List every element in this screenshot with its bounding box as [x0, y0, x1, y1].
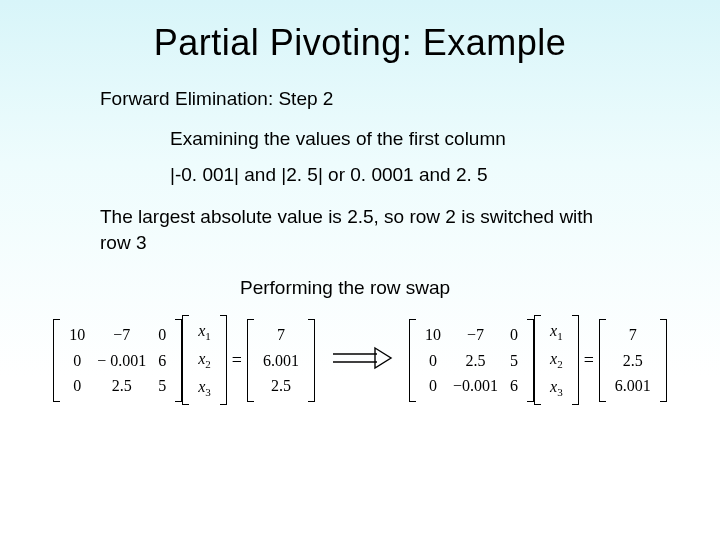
- bracket-right-icon: [175, 319, 182, 402]
- cell: 10: [63, 322, 91, 348]
- cell: 0: [63, 373, 91, 399]
- cell: x3: [544, 374, 569, 402]
- cell: 2.5: [257, 373, 305, 399]
- equals-sign: =: [227, 350, 247, 371]
- cell: 10: [419, 322, 447, 348]
- bracket-right-icon: [660, 319, 667, 402]
- bracket-left-icon: [247, 319, 254, 402]
- cell: 0: [63, 348, 91, 374]
- text-examining: Examining the values of the first column: [170, 128, 720, 150]
- bracket-right-icon: [527, 319, 534, 402]
- cell: x2: [544, 346, 569, 374]
- text-performing: Performing the row swap: [240, 277, 720, 299]
- cell: 0: [504, 322, 524, 348]
- cell: 2.5: [447, 348, 504, 374]
- cell: x2: [192, 346, 217, 374]
- cell: 0: [152, 322, 172, 348]
- cell: x1: [192, 318, 217, 346]
- cell: 6.001: [609, 373, 657, 399]
- vector-b-after-body: 7 2.5 6.001: [609, 322, 657, 399]
- cell: 0: [419, 348, 447, 374]
- text-largest: The largest absolute value is 2.5, so ro…: [100, 204, 610, 255]
- vector-x-after: x1 x2 x3: [534, 315, 579, 405]
- text-values: |-0. 001| and |2. 5| or 0. 0001 and 2. 5: [170, 164, 720, 186]
- bracket-right-icon: [308, 319, 315, 402]
- cell: 6.001: [257, 348, 305, 374]
- cell: 5: [152, 373, 172, 399]
- bracket-left-icon: [53, 319, 60, 402]
- svg-marker-2: [375, 348, 391, 368]
- cell: x3: [192, 374, 217, 402]
- cell: 7: [257, 322, 305, 348]
- arrow-icon: [315, 346, 409, 374]
- bracket-left-icon: [534, 315, 541, 405]
- matrix-A-after: 10−70 02.55 0−0.0016: [409, 319, 534, 402]
- vector-b-after: 7 2.5 6.001: [599, 319, 667, 402]
- matrix-A-before: 10−70 0− 0.0016 02.55: [53, 319, 182, 402]
- slide-title: Partial Pivoting: Example: [0, 0, 720, 74]
- bracket-right-icon: [220, 315, 227, 405]
- cell: 5: [504, 348, 524, 374]
- vector-x-after-body: x1 x2 x3: [544, 318, 569, 402]
- cell: −7: [447, 322, 504, 348]
- cell: 2.5: [609, 348, 657, 374]
- cell: −0.001: [447, 373, 504, 399]
- vector-x-before-body: x1 x2 x3: [192, 318, 217, 402]
- cell: 7: [609, 322, 657, 348]
- vector-b-before-body: 7 6.001 2.5: [257, 322, 305, 399]
- cell: − 0.001: [91, 348, 152, 374]
- bracket-left-icon: [182, 315, 189, 405]
- matrix-A-after-body: 10−70 02.55 0−0.0016: [419, 322, 524, 399]
- vector-x-before: x1 x2 x3: [182, 315, 227, 405]
- cell: 0: [419, 373, 447, 399]
- cell: 2.5: [91, 373, 152, 399]
- vector-b-before: 7 6.001 2.5: [247, 319, 315, 402]
- slide: Partial Pivoting: Example Forward Elimin…: [0, 0, 720, 540]
- cell: 6: [152, 348, 172, 374]
- cell: 6: [504, 373, 524, 399]
- subtitle: Forward Elimination: Step 2: [100, 88, 720, 110]
- equals-sign: =: [579, 350, 599, 371]
- cell: −7: [91, 322, 152, 348]
- matrix-A-before-body: 10−70 0− 0.0016 02.55: [63, 322, 172, 399]
- equation-row: 10−70 0− 0.0016 02.55 x1 x2 x3 =: [0, 315, 720, 405]
- cell: x1: [544, 318, 569, 346]
- bracket-left-icon: [409, 319, 416, 402]
- bracket-right-icon: [572, 315, 579, 405]
- bracket-left-icon: [599, 319, 606, 402]
